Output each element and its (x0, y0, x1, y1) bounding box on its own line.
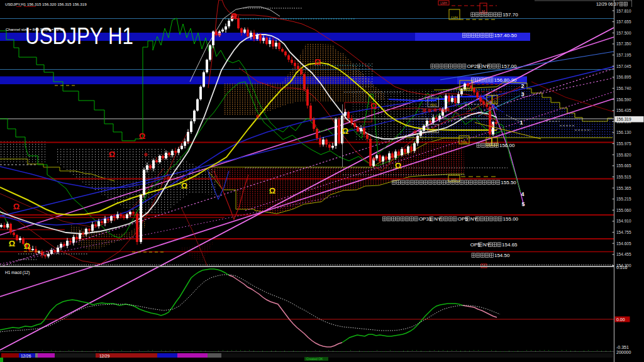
svg-text:156.80-90: 156.80-90 (494, 77, 518, 83)
svg-text:157.70: 157.70 (502, 12, 518, 18)
svg-text:D: D (494, 100, 496, 104)
svg-text:USDJPY,H1 156.315 156.320 156: USDJPY,H1 156.315 156.320 156.315 156.31… (5, 2, 87, 6)
svg-text:Ω: Ω (9, 239, 15, 248)
svg-text:156.319: 156.319 (616, 117, 631, 121)
svg-text:157.350: 157.350 (616, 41, 631, 46)
svg-text:156.590: 156.590 (616, 97, 631, 102)
svg-text:155.365: 155.365 (616, 186, 631, 190)
svg-text:157.40-50: 157.40-50 (494, 33, 518, 38)
svg-text:0.516: 0.516 (616, 265, 628, 270)
svg-text:4: 4 (521, 191, 524, 197)
svg-text:156.895: 156.895 (616, 75, 631, 79)
svg-text:Ω: Ω (13, 202, 19, 211)
svg-text:0.00: 0.00 (616, 317, 625, 322)
svg-text:154.605: 154.605 (616, 241, 631, 246)
svg-text:154.455: 154.455 (616, 252, 631, 256)
svg-text:LVL: LVL (452, 178, 457, 182)
svg-text:Ω: Ω (181, 181, 187, 190)
svg-text:155.665: 155.665 (616, 163, 631, 168)
svg-text:12/29: 12/29 (99, 354, 110, 358)
svg-text:154.50: 154.50 (494, 253, 510, 258)
svg-text:H1 macd (12): H1 macd (12) (5, 270, 30, 275)
svg-text:157.045: 157.045 (616, 64, 631, 69)
svg-text:YDL: YDL (461, 140, 468, 144)
svg-text:156.435: 156.435 (616, 108, 631, 112)
svg-text:157.00: 157.00 (501, 63, 517, 69)
svg-text:Created OK: Created OK (306, 357, 323, 361)
svg-text:Channel size = 849 Slope = 12.: Channel size = 849 Slope = 12.10 (6, 27, 65, 31)
svg-text:LVH: LVH (451, 16, 457, 19)
svg-text:156.00: 156.00 (499, 143, 515, 148)
svg-text:157.195: 157.195 (616, 53, 631, 57)
svg-text:Ω: Ω (24, 241, 30, 251)
svg-text:YDC: YDC (430, 103, 437, 107)
svg-text:Ω: Ω (395, 161, 401, 170)
svg-text:5: 5 (521, 201, 525, 207)
svg-text:155.820: 155.820 (616, 153, 631, 157)
svg-text:-0.351: -0.351 (616, 345, 629, 349)
svg-text:12/29 06:37: 12/29 06:37 (596, 2, 619, 6)
svg-text:YDO: YDO (430, 129, 438, 133)
svg-text:Ω: Ω (269, 186, 275, 195)
svg-text:155.215: 155.215 (616, 197, 631, 201)
svg-text:155.975: 155.975 (616, 141, 631, 146)
svg-text:Ω: Ω (314, 57, 321, 67)
svg-text:155.060: 155.060 (616, 208, 631, 212)
svg-text:LMH: LMH (440, 1, 447, 5)
svg-text:Ω: Ω (139, 131, 145, 141)
svg-text:154.910: 154.910 (616, 219, 631, 223)
svg-text:157.500: 157.500 (616, 31, 631, 35)
svg-text:YDH: YDH (462, 87, 470, 90)
svg-text:155.515: 155.515 (616, 175, 631, 179)
svg-text:154.755: 154.755 (616, 230, 631, 234)
svg-text:Ω: Ω (370, 101, 377, 111)
svg-text:157.810: 157.810 (616, 9, 631, 13)
svg-text:200000: 200000 (616, 350, 631, 354)
svg-text:157.655: 157.655 (616, 19, 631, 24)
svg-text:155.50: 155.50 (501, 180, 516, 185)
svg-text:154.65: 154.65 (502, 242, 518, 248)
svg-text:156.740: 156.740 (616, 86, 631, 90)
svg-text:156.130: 156.130 (616, 130, 631, 134)
svg-text:12/26: 12/26 (21, 354, 31, 358)
svg-text:3: 3 (521, 91, 524, 97)
svg-text:1: 1 (519, 119, 523, 126)
svg-text:Ω: Ω (342, 126, 348, 136)
svg-text:155.00: 155.00 (503, 216, 519, 222)
svg-text:Ω: Ω (109, 150, 115, 159)
svg-text:2: 2 (521, 83, 524, 89)
